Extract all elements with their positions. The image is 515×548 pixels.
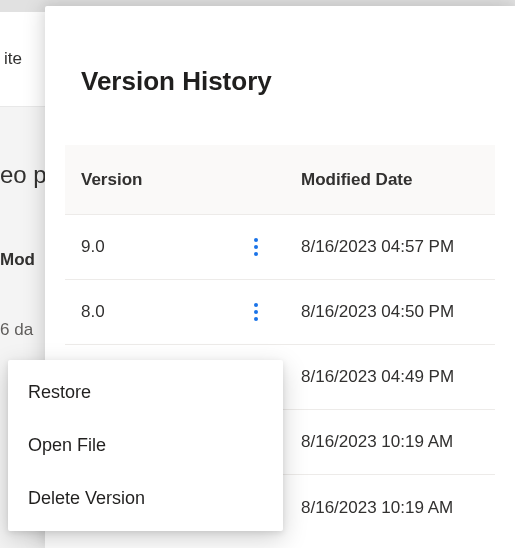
cell-version: 8.0 (65, 302, 243, 322)
bg-heading-text: eo p (0, 161, 47, 189)
background-heading-fragment: eo p (0, 140, 45, 210)
menu-restore[interactable]: Restore (8, 366, 283, 419)
cell-modified-date: 8/16/2023 04:49 PM (301, 367, 495, 387)
col-version: Version (65, 170, 301, 190)
more-actions-icon[interactable] (243, 234, 269, 260)
more-actions-icon[interactable] (243, 299, 269, 325)
bg-label-text: Mod (0, 250, 35, 269)
bg-tab-text: ite (4, 49, 22, 69)
col-modified-date: Modified Date (301, 170, 495, 190)
cell-modified-date: 8/16/2023 10:19 AM (301, 432, 495, 452)
row-context-menu: Restore Open File Delete Version (8, 360, 283, 531)
cell-modified-date: 8/16/2023 04:57 PM (301, 237, 495, 257)
background-label-fragment: Mod (0, 250, 45, 280)
table-row[interactable]: 9.0 8/16/2023 04:57 PM (65, 215, 495, 280)
background-meta-fragment: 6 da (0, 320, 45, 350)
bg-meta-text: 6 da (0, 320, 33, 339)
menu-delete-version[interactable]: Delete Version (8, 472, 283, 525)
menu-open-file[interactable]: Open File (8, 419, 283, 472)
panel-title: Version History (81, 66, 495, 97)
cell-modified-date: 8/16/2023 10:19 AM (301, 498, 495, 518)
table-header: Version Modified Date (65, 145, 495, 215)
background-tab-fragment: ite (0, 12, 50, 107)
cell-modified-date: 8/16/2023 04:50 PM (301, 302, 495, 322)
cell-version: 9.0 (65, 237, 243, 257)
table-row[interactable]: 8.0 8/16/2023 04:50 PM (65, 280, 495, 345)
